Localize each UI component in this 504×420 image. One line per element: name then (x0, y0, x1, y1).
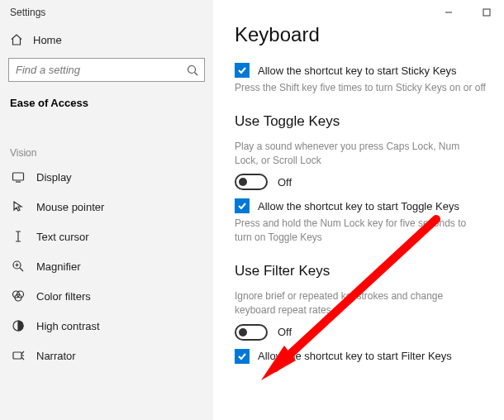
toggle-keys-state: Off (278, 176, 292, 189)
filter-keys-toggle[interactable] (235, 324, 268, 341)
search-wrap (8, 58, 205, 82)
text-cursor-icon (12, 230, 25, 243)
sidebar-item-label: Mouse pointer (36, 201, 104, 213)
sidebar-item-mouse-pointer[interactable]: Mouse pointer (0, 192, 213, 222)
toggle-keys-desc2: Press and hold the Num Lock key for five… (235, 217, 486, 245)
sidebar-item-display[interactable]: Display (0, 162, 213, 192)
color-filters-icon (12, 289, 25, 303)
sidebar-item-label: High contrast (36, 320, 100, 332)
sidebar-item-magnifier[interactable]: Magnifier (0, 251, 213, 281)
active-section[interactable]: Ease of Access (0, 93, 213, 114)
sidebar-item-label: Color filters (36, 290, 91, 303)
high-contrast-icon (12, 319, 25, 332)
svg-rect-8 (483, 9, 490, 16)
sidebar-item-label: Magnifier (36, 260, 80, 273)
mouse-pointer-icon (12, 200, 25, 213)
search-input[interactable] (8, 58, 205, 82)
window-controls (436, 3, 499, 21)
filter-keys-desc: Ignore brief or repeated keystrokes and … (235, 289, 486, 317)
minimize-button[interactable] (436, 3, 461, 21)
toggle-keys-heading: Use Toggle Keys (235, 113, 486, 130)
sidebar-item-color-filters[interactable]: Color filters (0, 281, 213, 311)
filter-keys-toggle-row: Off (235, 324, 486, 341)
toggle-keys-toggle-row: Off (235, 174, 486, 190)
sidebar-item-label: Text cursor (36, 231, 89, 243)
checkbox-checked-icon (235, 63, 250, 78)
sidebar: Settings Home Ease of Access Vision Disp… (0, 0, 213, 420)
sticky-keys-shortcut-label: Allow the shortcut key to start Sticky K… (258, 64, 457, 77)
narrator-icon (12, 349, 25, 362)
toggle-keys-shortcut-checkbox-row[interactable]: Allow the shortcut key to start Toggle K… (235, 198, 486, 213)
group-head-vision: Vision (0, 114, 213, 162)
magnifier-icon (12, 260, 25, 273)
checkbox-checked-icon (235, 349, 250, 364)
home-nav[interactable]: Home (0, 26, 213, 55)
display-icon (12, 170, 25, 184)
search-icon (187, 64, 198, 76)
toggle-keys-shortcut-label: Allow the shortcut key to start Toggle K… (258, 200, 459, 212)
maximize-button[interactable] (474, 3, 499, 21)
filter-keys-shortcut-label: Allow the shortcut key to start Filter K… (258, 350, 452, 362)
sidebar-item-high-contrast[interactable]: High contrast (0, 311, 213, 341)
sticky-keys-desc: Press the Shift key five times to turn S… (235, 81, 486, 95)
svg-rect-1 (13, 173, 24, 180)
checkbox-checked-icon (235, 198, 250, 213)
toggle-keys-desc: Play a sound whenever you press Caps Loc… (235, 140, 486, 168)
sticky-keys-shortcut-checkbox-row[interactable]: Allow the shortcut key to start Sticky K… (235, 63, 486, 78)
home-icon (10, 33, 23, 46)
sidebar-item-text-cursor[interactable]: Text cursor (0, 222, 213, 251)
app-title: Settings (0, 0, 213, 26)
home-label: Home (33, 34, 62, 46)
sidebar-item-label: Display (36, 171, 72, 184)
sidebar-item-label: Narrator (36, 350, 76, 362)
sidebar-item-narrator[interactable]: Narrator (0, 341, 213, 370)
main-panel: Keyboard Allow the shortcut key to start… (213, 0, 504, 420)
svg-rect-7 (13, 352, 21, 359)
page-title: Keyboard (235, 23, 486, 46)
filter-keys-shortcut-checkbox-row[interactable]: Allow the shortcut key to start Filter K… (235, 349, 486, 364)
filter-keys-heading: Use Filter Keys (235, 263, 486, 279)
filter-keys-state: Off (278, 326, 292, 338)
toggle-keys-toggle[interactable] (235, 174, 268, 190)
svg-point-0 (188, 65, 196, 73)
